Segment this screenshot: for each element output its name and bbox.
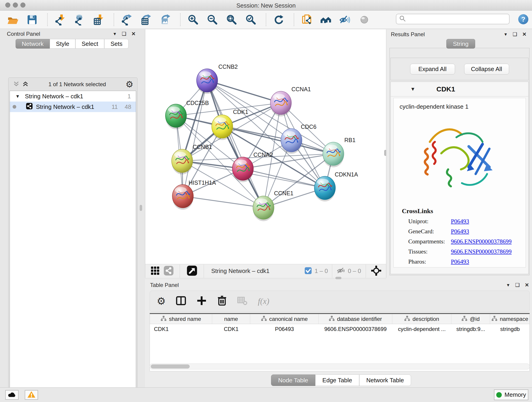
network-node[interactable] xyxy=(323,142,344,167)
network-node[interactable] xyxy=(253,196,274,221)
cdk1-section-header[interactable]: ▼ CDK1 xyxy=(391,82,528,96)
show-columns-icon[interactable] xyxy=(176,295,186,307)
table-hscrollbar-thumb[interactable] xyxy=(151,364,190,369)
control-panel-float-icon[interactable]: ▼ xyxy=(113,32,117,36)
hidden-eye-icon[interactable] xyxy=(336,266,346,276)
crosslink-link[interactable]: 9606.ENSP00000378699 xyxy=(451,248,512,255)
search-input[interactable] xyxy=(396,14,510,24)
column-header-description[interactable]: description xyxy=(392,314,451,324)
expand-all-chevron-icon[interactable] xyxy=(22,80,29,88)
table-cell[interactable]: stringdb:9... xyxy=(451,324,490,334)
hide-unhide-icon[interactable] xyxy=(339,13,351,26)
table-row[interactable]: CDK1CDK1P064939606.ENSP00000378699cyclin… xyxy=(150,324,530,334)
results-panel-close-icon[interactable]: ✕ xyxy=(522,32,526,37)
network-edge[interactable] xyxy=(243,169,325,188)
network-options-gear-icon[interactable]: ⚙ xyxy=(126,80,133,89)
network-row-selected[interactable]: String Network – cdk1 11 48 xyxy=(10,102,136,112)
tab-select[interactable]: Select xyxy=(75,39,104,49)
column-header-shared-name[interactable]: shared name xyxy=(150,314,212,324)
network-node[interactable] xyxy=(270,91,291,116)
table-cell[interactable]: cyclin-dependent ... xyxy=(392,324,451,334)
column-header-namespace[interactable]: namespace xyxy=(490,314,530,324)
crosslink-link[interactable]: 9606.ENSP00000378699 xyxy=(451,238,512,245)
zoom-out-icon[interactable] xyxy=(206,13,219,26)
table-panel-float-icon[interactable]: ▼ xyxy=(506,283,510,288)
home-pair-icon[interactable] xyxy=(319,13,332,26)
network-node[interactable] xyxy=(196,69,218,94)
column-header-database-identifier[interactable]: database identifier xyxy=(319,314,392,324)
add-column-icon[interactable] xyxy=(196,295,207,307)
tab-node-table[interactable]: Node Table xyxy=(271,375,315,386)
collection-expand-icon[interactable]: ▼ xyxy=(15,94,20,99)
zoom-fit-icon[interactable] xyxy=(225,13,238,26)
zoom-selected-icon[interactable] xyxy=(244,13,257,26)
cloud-button[interactable] xyxy=(5,390,19,400)
table-options-gear-icon[interactable]: ⚙ xyxy=(157,296,166,306)
table-cell[interactable]: 9606.ENSP00000378699 xyxy=(319,324,392,334)
crosslink-link[interactable]: P06493 xyxy=(451,228,469,235)
import-database-icon[interactable] xyxy=(73,13,86,26)
network-canvas[interactable]: CCNB2CCNA1CDC25BCDK1CDC6RB1CCNB1CCNA2CDK… xyxy=(145,29,386,264)
table-panel-close-icon[interactable]: ✕ xyxy=(525,282,529,288)
open-icon[interactable] xyxy=(6,13,19,26)
control-panel-close-icon[interactable]: ✕ xyxy=(132,31,136,37)
results-panel-maximize-icon[interactable]: ❑ xyxy=(513,32,517,37)
network-edge[interactable] xyxy=(207,80,281,103)
tab-network[interactable]: Network xyxy=(16,39,50,49)
table-panel-maximize-icon[interactable]: ❑ xyxy=(515,282,520,288)
expand-all-button[interactable]: Expand All xyxy=(410,64,455,75)
network-node[interactable] xyxy=(172,185,193,210)
table-cell[interactable]: CDK1 xyxy=(212,324,250,334)
import-network-icon[interactable] xyxy=(54,13,66,26)
network-collection-row[interactable]: ▼ String Network – cdk1 1 xyxy=(10,91,136,102)
help-button[interactable]: ? xyxy=(518,14,528,24)
export-table-icon[interactable] xyxy=(139,13,152,26)
table-cell[interactable]: P06493 xyxy=(250,324,319,334)
fit-content-crosshair-icon[interactable] xyxy=(371,265,381,277)
export-network-icon[interactable] xyxy=(120,13,133,26)
highlight-icon[interactable] xyxy=(358,13,371,26)
tab-style[interactable]: Style xyxy=(50,39,75,49)
table-hscrollbar[interactable] xyxy=(150,364,530,370)
memory-button[interactable]: Memory xyxy=(494,389,528,400)
crosslink-link[interactable]: P06493 xyxy=(451,258,469,265)
selected-checkbox-icon[interactable] xyxy=(304,267,312,275)
control-panel-maximize-icon[interactable]: ❑ xyxy=(122,31,127,37)
network-node[interactable] xyxy=(165,104,186,129)
results-panel-float-icon[interactable]: ▼ xyxy=(504,32,508,37)
network-node[interactable] xyxy=(232,157,253,182)
bottom-splitter-handle[interactable] xyxy=(336,277,341,279)
column-header--id[interactable]: @id xyxy=(451,314,490,324)
crosslink-link[interactable]: P06493 xyxy=(451,218,469,225)
column-header-name[interactable]: name xyxy=(212,314,250,324)
export-image-icon[interactable] xyxy=(158,13,171,26)
tab-network-table[interactable]: Network Table xyxy=(359,375,411,386)
warning-button[interactable] xyxy=(25,390,38,400)
collapse-all-button[interactable]: Collapse All xyxy=(464,64,509,75)
column-header-canonical-name[interactable]: canonical name xyxy=(250,314,319,324)
network-node[interactable] xyxy=(172,149,193,174)
network-node[interactable] xyxy=(281,128,302,154)
save-icon[interactable] xyxy=(26,13,38,26)
table-cell[interactable]: stringdb xyxy=(490,324,530,334)
network-node[interactable] xyxy=(314,176,336,201)
network-edge[interactable] xyxy=(207,80,264,208)
import-table-icon[interactable] xyxy=(92,13,105,26)
refresh-icon[interactable] xyxy=(272,13,285,26)
birds-eye-view-icon[interactable] xyxy=(187,265,197,277)
cdk1-expand-icon[interactable]: ▼ xyxy=(410,86,415,92)
left-splitter-handle[interactable] xyxy=(140,205,142,211)
network-edge[interactable] xyxy=(183,196,264,208)
grid-view-icon[interactable] xyxy=(150,266,160,276)
delete-column-trash-icon[interactable] xyxy=(217,295,227,307)
network-edge[interactable] xyxy=(183,80,207,196)
tab-edge-table[interactable]: Edge Table xyxy=(315,375,359,386)
network-share-view-icon[interactable] xyxy=(164,266,174,277)
tab-sets[interactable]: Sets xyxy=(104,39,128,49)
share-document-icon[interactable] xyxy=(300,13,313,26)
zoom-in-icon[interactable] xyxy=(186,13,199,26)
network-node[interactable] xyxy=(212,115,233,140)
table-cell[interactable]: CDK1 xyxy=(150,324,212,334)
collapse-all-chevron-icon[interactable] xyxy=(13,80,20,88)
tab-string[interactable]: String xyxy=(446,39,475,49)
